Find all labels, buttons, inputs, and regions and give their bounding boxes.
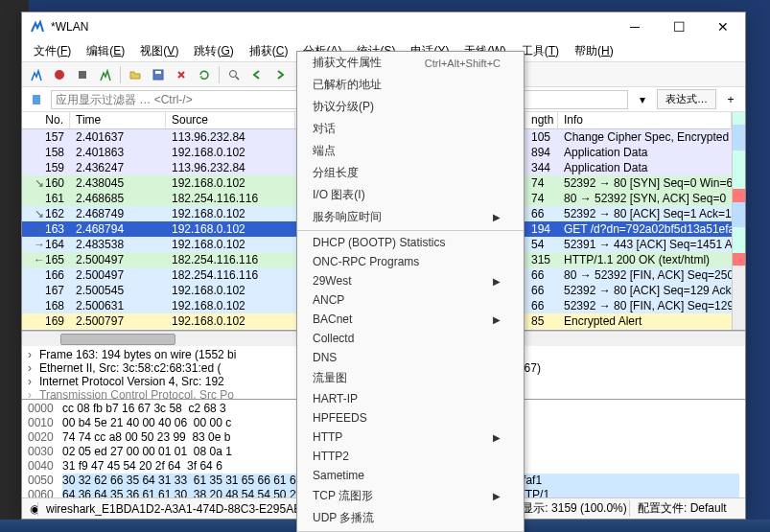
menu-item[interactable]: HART-IP bbox=[297, 389, 524, 408]
menu-item[interactable]: Sametime bbox=[297, 466, 524, 485]
statistics-menu-dropdown[interactable]: 捕获文件属性Ctrl+Alt+Shift+C已解析的地址协议分级(P)对话端点分… bbox=[296, 51, 525, 532]
menu-view[interactable]: 视图(V) bbox=[132, 41, 186, 61]
menu-item[interactable]: 端点 bbox=[297, 140, 524, 162]
menu-item[interactable]: HPFEEDS bbox=[297, 408, 524, 428]
expression-button[interactable]: 表达式… bbox=[657, 89, 716, 109]
menu-item[interactable]: 29West▶ bbox=[297, 271, 524, 290]
col-header-length[interactable]: ngth bbox=[525, 112, 558, 128]
next-icon[interactable] bbox=[269, 64, 291, 85]
save-file-icon[interactable] bbox=[148, 64, 169, 85]
menu-go[interactable]: 跳转(G) bbox=[186, 41, 241, 61]
menu-item[interactable]: HTTP▶ bbox=[297, 428, 524, 447]
menu-item[interactable]: HTTP2 bbox=[297, 447, 524, 466]
menu-item[interactable]: ANCP bbox=[297, 290, 524, 310]
menu-item[interactable]: 捕获文件属性Ctrl+Alt+Shift+C bbox=[297, 52, 524, 74]
svg-rect-3 bbox=[155, 71, 161, 74]
wireshark-window: *WLAN ─ ☐ ✕ 文件(F) 编辑(E) 视图(V) 跳转(G) 捕获(C… bbox=[21, 12, 746, 520]
svg-rect-1 bbox=[79, 71, 86, 79]
col-header-time[interactable]: Time bbox=[70, 112, 166, 128]
menu-item[interactable]: I/O 图表(I) bbox=[297, 184, 524, 206]
svg-point-0 bbox=[55, 70, 64, 80]
filter-bookmark-icon[interactable] bbox=[26, 89, 47, 110]
menu-item[interactable]: ONC-RPC Programs bbox=[297, 252, 524, 271]
minimize-button[interactable]: ─ bbox=[613, 12, 657, 41]
col-header-source[interactable]: Source bbox=[166, 112, 295, 128]
filter-dropdown-icon[interactable]: ▾ bbox=[632, 89, 653, 110]
menu-item[interactable]: Collectd bbox=[297, 329, 524, 348]
start-capture-icon[interactable] bbox=[26, 64, 47, 85]
menu-item[interactable]: 服务响应时间▶ bbox=[297, 206, 524, 228]
menu-item[interactable]: DNS bbox=[297, 348, 524, 367]
menu-item[interactable]: UDP 多播流 bbox=[297, 507, 524, 529]
open-file-icon[interactable] bbox=[125, 64, 146, 85]
maximize-button[interactable]: ☐ bbox=[657, 12, 701, 41]
menu-item[interactable]: 协议分级(P) bbox=[297, 96, 524, 118]
close-file-icon[interactable] bbox=[171, 64, 192, 85]
svg-rect-8 bbox=[33, 95, 40, 104]
menu-item[interactable]: DHCP (BOOTP) Statistics bbox=[297, 233, 524, 252]
app-icon bbox=[30, 19, 45, 35]
packet-minimap[interactable] bbox=[732, 112, 745, 330]
menu-item[interactable]: TCP 流图形▶ bbox=[297, 485, 524, 507]
titlebar: *WLAN ─ ☐ ✕ bbox=[22, 12, 745, 41]
find-icon[interactable] bbox=[223, 64, 245, 85]
status-profile[interactable]: 配置文件: Default bbox=[630, 500, 745, 517]
filter-add-icon[interactable]: + bbox=[720, 89, 741, 110]
menu-item[interactable]: 已解析的地址 bbox=[297, 74, 524, 96]
menu-item[interactable]: 对话 bbox=[297, 118, 524, 140]
capture-options-icon[interactable] bbox=[95, 64, 116, 85]
restart-capture-icon[interactable] bbox=[72, 64, 93, 85]
reload-icon[interactable] bbox=[194, 64, 215, 85]
col-header-no[interactable]: No. bbox=[22, 112, 70, 128]
menu-item[interactable]: 流量图 bbox=[297, 367, 524, 389]
menu-item[interactable]: 分组长度 bbox=[297, 162, 524, 184]
menu-file[interactable]: 文件(F) bbox=[26, 41, 79, 61]
svg-point-4 bbox=[230, 70, 237, 77]
menu-item[interactable]: BACnet▶ bbox=[297, 310, 524, 329]
close-button[interactable]: ✕ bbox=[701, 12, 745, 41]
prev-icon[interactable] bbox=[246, 64, 268, 85]
menu-help[interactable]: 帮助(H) bbox=[567, 41, 621, 61]
menu-edit[interactable]: 编辑(E) bbox=[79, 41, 132, 61]
stop-capture-icon[interactable] bbox=[49, 64, 70, 85]
menu-capture[interactable]: 捕获(C) bbox=[242, 41, 296, 61]
status-expert-icon[interactable]: ◉ bbox=[22, 502, 38, 516]
window-title: *WLAN bbox=[51, 20, 613, 34]
col-header-info[interactable]: Info bbox=[558, 112, 732, 128]
